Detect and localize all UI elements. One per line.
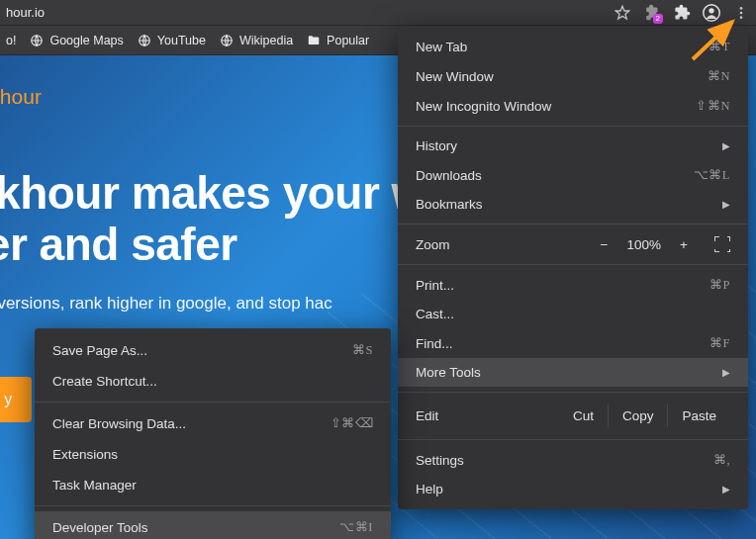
bookmark-star-icon[interactable] (614, 4, 631, 22)
folder-icon (307, 34, 321, 47)
shortcut-label: ⌥⌘I (339, 519, 373, 535)
extensions-puzzle-icon[interactable] (673, 4, 691, 22)
menu-settings[interactable]: Settings⌘, (398, 445, 748, 475)
shortcut-label: ⌘F (709, 335, 730, 351)
menu-find[interactable]: Find...⌘F (398, 328, 748, 358)
menu-separator (398, 126, 748, 127)
submenu-extensions[interactable]: Extensions (35, 439, 391, 470)
bookmark-label: Google Maps (49, 34, 123, 47)
svg-point-4 (740, 11, 743, 14)
kebab-menu-icon[interactable] (732, 4, 750, 22)
menu-bookmarks[interactable]: Bookmarks▶ (398, 190, 748, 219)
bookmark-label: YouTube (157, 34, 206, 47)
more-tools-submenu: Save Page As...⌘S Create Shortcut... Cle… (35, 328, 391, 539)
menu-more-tools[interactable]: More Tools▶ (398, 358, 748, 387)
svg-point-3 (740, 7, 743, 10)
menu-print[interactable]: Print...⌘P (398, 270, 748, 300)
menu-downloads[interactable]: Downloads⌥⌘L (398, 160, 748, 190)
extension-badge: 2 (653, 14, 663, 24)
globe-icon (138, 34, 151, 47)
svg-point-5 (740, 16, 743, 19)
cta-button[interactable]: rt y (0, 377, 32, 422)
bookmark-item[interactable]: o! (6, 34, 16, 47)
extension-icon[interactable]: 2 (643, 4, 661, 22)
svg-point-2 (709, 8, 713, 13)
svg-marker-0 (615, 6, 628, 19)
zoom-value: 100% (626, 237, 661, 252)
shortcut-label: ⌘S (352, 342, 373, 358)
chevron-right-icon: ▶ (722, 367, 730, 378)
shortcut-label: ⌘N (708, 68, 730, 84)
fullscreen-icon[interactable] (714, 236, 730, 252)
bookmark-item[interactable]: Wikipedia (220, 34, 293, 47)
bookmark-folder[interactable]: Popular (307, 34, 369, 47)
bookmark-item[interactable]: YouTube (138, 34, 206, 47)
chrome-main-menu: New Tab⌘T New Window⌘N New Incognito Win… (398, 26, 748, 509)
globe-icon (30, 34, 44, 47)
profile-avatar-icon[interactable] (703, 4, 720, 22)
edit-cut-button[interactable]: Cut (559, 404, 608, 427)
site-logo[interactable]: eakhour (0, 85, 42, 109)
menu-new-window[interactable]: New Window⌘N (398, 61, 748, 91)
zoom-out-button[interactable]: − (595, 237, 613, 252)
menu-incognito[interactable]: New Incognito Window⇧⌘N (398, 91, 748, 121)
menu-separator (398, 439, 748, 440)
menu-separator (35, 505, 391, 506)
zoom-in-button[interactable]: + (675, 237, 693, 252)
menu-separator (398, 264, 748, 265)
globe-icon (220, 34, 234, 47)
menu-edit: Edit Cut Copy Paste (398, 398, 748, 434)
edit-copy-button[interactable]: Copy (608, 404, 668, 427)
bookmark-item[interactable]: Google Maps (30, 34, 123, 47)
submenu-developer-tools[interactable]: Developer Tools⌥⌘I (35, 511, 391, 539)
browser-toolbar: hour.io 2 (0, 0, 756, 26)
shortcut-label: ⌘, (713, 452, 730, 468)
submenu-save-page[interactable]: Save Page As...⌘S (35, 334, 391, 366)
shortcut-label: ⌘T (709, 39, 730, 54)
submenu-task-manager[interactable]: Task Manager (35, 470, 391, 500)
menu-help[interactable]: Help▶ (398, 475, 748, 503)
address-bar-fragment[interactable]: hour.io (6, 5, 45, 20)
chevron-right-icon: ▶ (722, 140, 730, 151)
menu-zoom: Zoom − 100% + (398, 229, 748, 259)
menu-separator (398, 224, 748, 225)
chevron-right-icon: ▶ (722, 199, 730, 210)
shortcut-label: ⇧⌘N (696, 98, 730, 114)
shortcut-label: ⌘P (709, 277, 730, 293)
bookmark-label: Popular (327, 34, 369, 47)
bookmark-label: o! (6, 34, 16, 47)
menu-separator (398, 392, 748, 393)
menu-separator (35, 402, 391, 403)
shortcut-label: ⌥⌘L (694, 167, 730, 183)
menu-cast[interactable]: Cast... (398, 300, 748, 328)
chevron-right-icon: ▶ (722, 484, 730, 494)
shortcut-label: ⇧⌘⌫ (331, 415, 374, 431)
menu-history[interactable]: History▶ (398, 132, 748, 160)
submenu-clear-browsing-data[interactable]: Clear Browsing Data...⇧⌘⌫ (35, 407, 391, 439)
bookmark-label: Wikipedia (239, 34, 293, 47)
menu-new-tab[interactable]: New Tab⌘T (398, 32, 748, 61)
submenu-create-shortcut[interactable]: Create Shortcut... (35, 366, 391, 397)
edit-paste-button[interactable]: Paste (667, 404, 730, 427)
